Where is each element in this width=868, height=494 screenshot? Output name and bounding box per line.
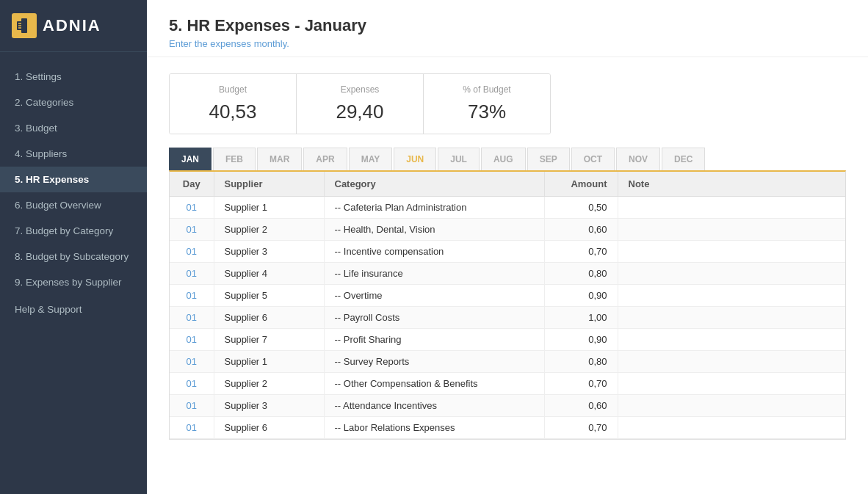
month-tabs: JAN FEB MAR APR MAY JUN JUL AUG SEP OCT … [169, 148, 846, 170]
cell-amount: 0,60 [544, 395, 618, 417]
cell-note [618, 351, 845, 373]
logo-text: ADNIA [43, 16, 101, 35]
cell-note [618, 241, 845, 263]
sidebar-item-expenses-by-supplier[interactable]: 9. Expenses by Supplier [0, 269, 147, 295]
cell-note [618, 417, 845, 439]
cell-day: 01 [170, 395, 214, 417]
expenses-table-wrap: Day Supplier Category Amount Note 01 Sup… [169, 170, 846, 440]
col-header-supplier: Supplier [214, 172, 324, 197]
tab-jul[interactable]: JUL [438, 148, 480, 170]
tab-aug[interactable]: AUG [481, 148, 526, 170]
cell-supplier: Supplier 3 [214, 395, 324, 417]
expenses-label: Expenses [314, 84, 405, 95]
cell-note [618, 263, 845, 285]
cell-note [618, 307, 845, 329]
table-body: 01 Supplier 1 -- Cafeteria Plan Administ… [170, 197, 845, 439]
logo-icon [12, 13, 37, 38]
cell-note [618, 197, 845, 219]
cell-day: 01 [170, 263, 214, 285]
col-header-note: Note [618, 172, 845, 197]
expenses-card: Expenses 29,40 [297, 74, 424, 134]
tab-dec[interactable]: DEC [662, 148, 705, 170]
tab-sep[interactable]: SEP [527, 148, 570, 170]
cell-category: -- Payroll Costs [324, 307, 544, 329]
tab-jun[interactable]: JUN [394, 148, 436, 170]
cell-day: 01 [170, 417, 214, 439]
cell-amount: 0,70 [544, 417, 618, 439]
sidebar-item-hr-expenses[interactable]: 5. HR Expenses [0, 167, 147, 192]
cell-amount: 0,70 [544, 241, 618, 263]
table-row: 01 Supplier 3 -- Incentive compensation … [170, 241, 845, 263]
cell-day: 01 [170, 285, 214, 307]
sidebar-item-budget-by-category[interactable]: 7. Budget by Category [0, 218, 147, 244]
page-title: 5. HR Expenses - January [169, 16, 846, 35]
col-header-amount: Amount [544, 172, 618, 197]
cell-category: -- Attendance Incentives [324, 395, 544, 417]
cell-note [618, 219, 845, 241]
cell-amount: 0,80 [544, 351, 618, 373]
pct-value: 73% [441, 101, 532, 123]
cell-category: -- Profit Sharing [324, 329, 544, 351]
cell-day: 01 [170, 373, 214, 395]
cell-supplier: Supplier 2 [214, 219, 324, 241]
cell-supplier: Supplier 4 [214, 263, 324, 285]
table-row: 01 Supplier 7 -- Profit Sharing 0,90 [170, 329, 845, 351]
table-row: 01 Supplier 6 -- Labor Relations Expense… [170, 417, 845, 439]
cell-supplier: Supplier 6 [214, 417, 324, 439]
table-row: 01 Supplier 3 -- Attendance Incentives 0… [170, 395, 845, 417]
table-row: 01 Supplier 4 -- Life insurance 0,80 [170, 263, 845, 285]
cell-day: 01 [170, 351, 214, 373]
sidebar: ADNIA 1. Settings 2. Categories 3. Budge… [0, 0, 147, 494]
sidebar-item-budget-overview[interactable]: 6. Budget Overview [0, 192, 147, 218]
tab-oct[interactable]: OCT [571, 148, 615, 170]
table-row: 01 Supplier 6 -- Payroll Costs 1,00 [170, 307, 845, 329]
cell-amount: 0,50 [544, 197, 618, 219]
cell-day: 01 [170, 219, 214, 241]
main-content: 5. HR Expenses - January Enter the expen… [147, 0, 868, 494]
tab-nov[interactable]: NOV [616, 148, 660, 170]
svg-rect-1 [21, 18, 27, 33]
cell-amount: 0,60 [544, 219, 618, 241]
budget-label: Budget [187, 84, 278, 95]
sidebar-item-help-support[interactable]: Help & Support [0, 295, 147, 324]
sidebar-item-suppliers[interactable]: 4. Suppliers [0, 141, 147, 167]
cell-day: 01 [170, 329, 214, 351]
sidebar-item-budget-by-subcategory[interactable]: 8. Budget by Subcategory [0, 244, 147, 269]
cell-day: 01 [170, 197, 214, 219]
expenses-value: 29,40 [314, 101, 405, 123]
cell-amount: 1,00 [544, 307, 618, 329]
tab-jan[interactable]: JAN [169, 148, 211, 170]
cell-amount: 0,80 [544, 263, 618, 285]
cell-supplier: Supplier 2 [214, 373, 324, 395]
sidebar-item-settings[interactable]: 1. Settings [0, 64, 147, 90]
tab-feb[interactable]: FEB [213, 148, 256, 170]
cell-supplier: Supplier 3 [214, 241, 324, 263]
cell-day: 01 [170, 241, 214, 263]
cell-supplier: Supplier 6 [214, 307, 324, 329]
cell-note [618, 285, 845, 307]
budget-card: Budget 40,53 [170, 74, 297, 134]
page-header: 5. HR Expenses - January Enter the expen… [147, 0, 868, 57]
summary-cards: Budget 40,53 Expenses 29,40 % of Budget … [169, 73, 551, 134]
col-header-day: Day [170, 172, 214, 197]
sidebar-item-budget[interactable]: 3. Budget [0, 115, 147, 141]
cell-supplier: Supplier 1 [214, 197, 324, 219]
cell-category: -- Cafeteria Plan Administration [324, 197, 544, 219]
table-row: 01 Supplier 2 -- Health, Dental, Vision … [170, 219, 845, 241]
sidebar-item-categories[interactable]: 2. Categories [0, 90, 147, 115]
cell-amount: 0,90 [544, 329, 618, 351]
cell-note [618, 329, 845, 351]
pct-budget-card: % of Budget 73% [424, 74, 550, 134]
cell-day: 01 [170, 307, 214, 329]
pct-label: % of Budget [441, 84, 532, 95]
tab-may[interactable]: MAY [349, 148, 393, 170]
expenses-table: Day Supplier Category Amount Note 01 Sup… [170, 172, 845, 439]
tab-apr[interactable]: APR [303, 148, 347, 170]
cell-supplier: Supplier 1 [214, 351, 324, 373]
cell-note [618, 395, 845, 417]
cell-category: -- Overtime [324, 285, 544, 307]
cell-category: -- Life insurance [324, 263, 544, 285]
tab-mar[interactable]: MAR [257, 148, 302, 170]
cell-amount: 0,70 [544, 373, 618, 395]
sidebar-logo: ADNIA [0, 0, 147, 52]
